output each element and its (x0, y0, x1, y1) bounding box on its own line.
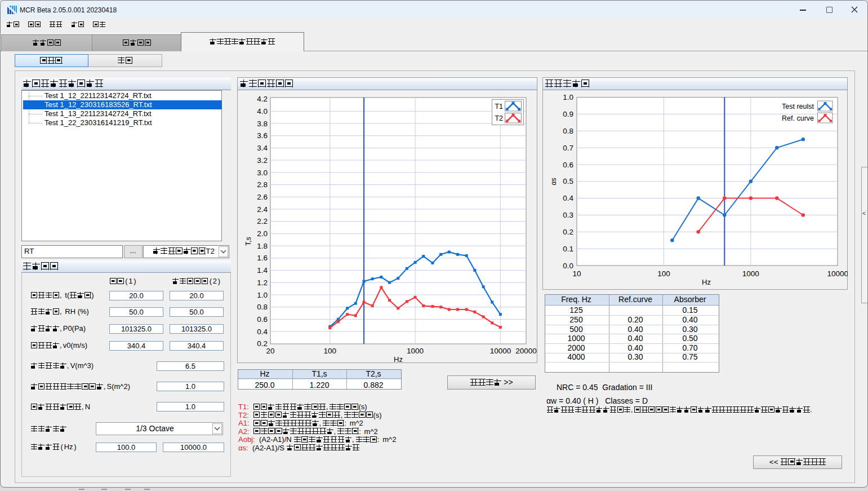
svg-text:0.3: 0.3 (563, 211, 573, 219)
svg-text:2.2: 2.2 (257, 217, 268, 225)
svg-text:αs: αs (550, 178, 558, 185)
svg-text:0.7: 0.7 (563, 144, 573, 152)
svg-text:2.8: 2.8 (257, 180, 268, 189)
svg-text:3.6: 3.6 (257, 131, 268, 140)
svg-text:T2: T2 (495, 114, 503, 122)
svg-text:100: 100 (657, 269, 670, 278)
svg-text:1000: 1000 (742, 269, 759, 278)
svg-text:Hz: Hz (702, 278, 711, 286)
svg-text:2.0: 2.0 (257, 229, 268, 238)
svg-text:1000: 1000 (407, 347, 424, 355)
svg-text:1.0: 1.0 (257, 291, 268, 299)
svg-text:3.2: 3.2 (257, 156, 268, 165)
svg-text:2.4: 2.4 (257, 205, 268, 214)
svg-text:2.6: 2.6 (257, 193, 268, 201)
svg-text:10: 10 (572, 269, 581, 278)
svg-text:10000: 10000 (827, 269, 848, 278)
svg-text:0.2: 0.2 (563, 228, 573, 236)
svg-text:4.0: 4.0 (257, 107, 268, 116)
svg-text:Hz: Hz (394, 355, 403, 363)
svg-text:3.8: 3.8 (257, 120, 268, 128)
svg-text:0.9: 0.9 (563, 110, 573, 118)
svg-text:1.0: 1.0 (563, 93, 573, 101)
svg-text:T1: T1 (495, 103, 503, 110)
svg-text:100: 100 (324, 347, 337, 355)
svg-text:Test reulst: Test reulst (782, 103, 814, 110)
svg-text:1.4: 1.4 (257, 266, 268, 275)
svg-text:20000: 20000 (515, 347, 537, 355)
svg-text:0.1: 0.1 (563, 245, 573, 253)
svg-text:20: 20 (266, 347, 274, 355)
svg-text:0.4: 0.4 (563, 194, 573, 202)
svg-text:T,s: T,s (244, 237, 252, 245)
svg-text:0.6: 0.6 (257, 315, 268, 324)
svg-text:Ref. curve: Ref. curve (782, 114, 814, 122)
svg-text:0.6: 0.6 (563, 161, 573, 169)
svg-text:3.0: 3.0 (257, 169, 268, 177)
svg-text:3.4: 3.4 (257, 144, 268, 152)
svg-text:0.0: 0.0 (563, 262, 573, 270)
svg-text:1.8: 1.8 (257, 242, 268, 250)
svg-text:4.2: 4.2 (257, 95, 268, 103)
svg-text:10000: 10000 (490, 347, 511, 355)
svg-text:1.2: 1.2 (257, 278, 268, 287)
svg-text:0.5: 0.5 (563, 177, 573, 185)
svg-text:1.6: 1.6 (257, 254, 268, 262)
svg-text:0.8: 0.8 (257, 303, 268, 311)
svg-text:0.4: 0.4 (257, 328, 268, 336)
svg-text:0.8: 0.8 (563, 127, 573, 135)
